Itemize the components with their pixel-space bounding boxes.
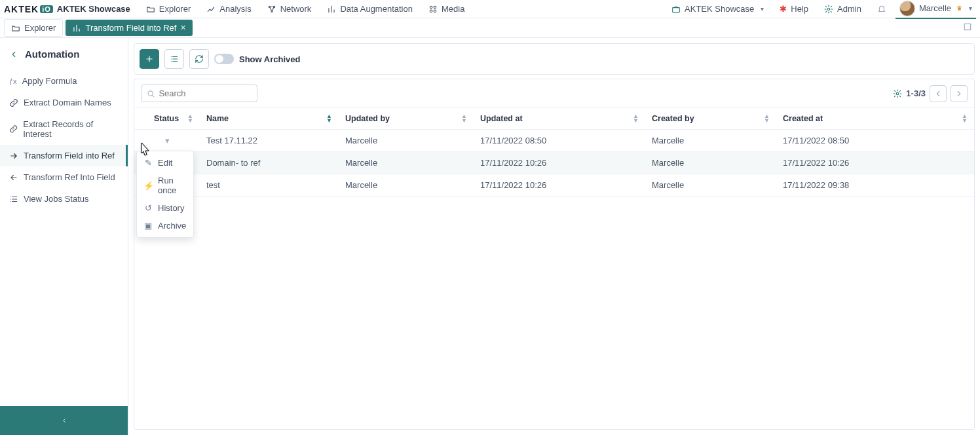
cell-updated-at: 17/11/2022 08:50 <box>474 130 645 152</box>
svg-point-8 <box>827 8 830 10</box>
list-view-button[interactable] <box>164 49 184 69</box>
refresh-button[interactable] <box>189 49 209 69</box>
media-icon <box>428 5 438 14</box>
col-updated-by[interactable]: Updated by▲▼ <box>339 108 474 130</box>
svg-point-11 <box>897 92 899 95</box>
cell-created-by: Marcelle <box>645 152 776 174</box>
sidebar-item-view-jobs-status[interactable]: View Jobs Status <box>0 188 128 210</box>
sidebar-item-transform-ref-into-field[interactable]: Transform Ref Into Field <box>0 166 128 188</box>
menu-item-history[interactable]: ↺ History <box>137 199 193 217</box>
nav-data-augmentation[interactable]: Data Augmentation <box>320 1 419 16</box>
sidebar-item-label: Transform Field into Ref <box>24 151 115 161</box>
user-menu[interactable]: Marcelle ♛ ▾ <box>895 0 976 19</box>
nav-label: Analysis <box>219 4 251 14</box>
tab-transform-field-into-ref[interactable]: Transform Field into Ref ✕ <box>66 20 193 36</box>
menu-item-edit[interactable]: ✎ Edit <box>137 154 193 172</box>
gear-icon[interactable] <box>893 89 902 98</box>
pager-next-button[interactable] <box>951 85 968 102</box>
crown-icon: ♛ <box>956 5 962 12</box>
sidebar-item-label: View Jobs Status <box>24 194 88 204</box>
sort-icon: ▲▼ <box>461 114 467 123</box>
nav-label: Explorer <box>159 4 191 14</box>
col-updated-at[interactable]: Updated at▲▼ <box>474 108 645 130</box>
folder-icon <box>146 5 155 14</box>
search-input-wrap[interactable] <box>141 85 257 102</box>
admin-link[interactable]: Admin <box>818 1 868 16</box>
life-ring-icon: ✱ <box>780 4 787 14</box>
arrow-left-icon <box>9 173 18 182</box>
pencil-icon: ✎ <box>143 158 153 168</box>
cell-updated-by: Marcelle <box>339 152 474 174</box>
chart-line-icon <box>206 5 216 14</box>
cell-name: Domain- to ref <box>200 152 339 174</box>
help-link[interactable]: ✱ Help <box>773 1 815 16</box>
sidebar-item-transform-field-into-ref[interactable]: Transform Field into Ref <box>0 145 128 166</box>
close-icon[interactable]: ✕ <box>180 24 186 32</box>
nav-network[interactable]: Network <box>261 1 318 16</box>
menu-item-label: Run once <box>158 176 187 195</box>
history-icon: ↺ <box>143 203 153 213</box>
sidebar-title: Automation <box>25 48 79 60</box>
filter-row: 1-3/3 <box>134 79 974 107</box>
menu-item-archive[interactable]: ▣ Archive <box>137 217 193 235</box>
cell-created-at: 17/11/2022 09:38 <box>776 174 974 197</box>
cell-created-at: 17/11/2022 08:50 <box>776 130 974 152</box>
svg-point-10 <box>148 90 153 95</box>
col-created-at[interactable]: Created at▲▼ <box>776 108 974 130</box>
sidebar: Automation ƒx Apply Formula Extract Doma… <box>0 38 128 435</box>
tab-explorer[interactable]: Explorer <box>4 19 63 37</box>
arrow-right-icon <box>9 151 18 161</box>
sidebar-item-apply-formula[interactable]: ƒx Apply Formula <box>0 70 128 92</box>
search-icon <box>147 89 155 98</box>
user-name: Marcelle <box>919 3 951 13</box>
main: Show Archived 1-3/3 <box>128 38 980 435</box>
gear-icon <box>824 5 833 14</box>
col-status[interactable]: Status▲▼ <box>134 108 200 130</box>
table-row[interactable]: Domain- to ref Marcelle 17/11/2022 10:26… <box>134 152 974 174</box>
nav-media[interactable]: Media <box>422 1 471 16</box>
chevron-down-icon: ▾ <box>969 5 972 12</box>
plus-icon <box>145 54 154 64</box>
cell-updated-at: 17/11/2022 10:26 <box>474 174 645 197</box>
sidebar-item-extract-records-of-interest[interactable]: Extract Records of Interest <box>0 113 128 145</box>
pager: 1-3/3 <box>893 85 968 102</box>
notifications-button[interactable] <box>871 2 893 16</box>
bar-chart-icon <box>327 5 336 14</box>
sort-icon: ▲▼ <box>326 114 332 123</box>
formula-icon: ƒx <box>9 77 17 85</box>
tab-label: Explorer <box>24 23 56 33</box>
table-panel: 1-3/3 Status▲▼ Name <box>134 79 975 430</box>
workspace-label: AKTEK Showcase <box>685 4 754 14</box>
sidebar-item-label: Transform Ref Into Field <box>24 172 115 182</box>
svg-rect-9 <box>964 24 970 29</box>
menu-item-run-once[interactable]: ⚡ Run once <box>137 172 193 199</box>
search-input[interactable] <box>159 88 252 98</box>
pager-prev-button[interactable] <box>930 85 947 102</box>
sort-icon: ▲▼ <box>764 114 770 123</box>
add-button[interactable] <box>140 49 159 69</box>
maximize-button[interactable] <box>963 22 976 33</box>
menu-item-label: History <box>158 203 184 213</box>
show-archived-toggle[interactable] <box>214 54 234 64</box>
table-row[interactable]: ▾ Test 17.11.22 Marcelle 17/11/2022 08:5… <box>134 130 974 152</box>
help-label: Help <box>791 4 808 14</box>
bar-chart-icon <box>72 24 81 33</box>
svg-rect-7 <box>673 7 680 12</box>
sort-icon: ▲▼ <box>633 114 639 123</box>
arrow-right-icon <box>954 89 964 98</box>
sidebar-collapse-button[interactable] <box>0 406 128 435</box>
col-name[interactable]: Name▲▼ <box>200 108 339 130</box>
table-row[interactable]: test Marcelle 17/11/2022 10:26 Marcelle … <box>134 174 974 197</box>
nav-label: Media <box>442 4 464 14</box>
cell-updated-at: 17/11/2022 10:26 <box>474 152 645 174</box>
cell-name: test <box>200 174 339 197</box>
nav-explorer[interactable]: Explorer <box>140 1 197 16</box>
sidebar-item-extract-domain-names[interactable]: Extract Domain Names <box>0 92 128 113</box>
folder-icon <box>11 24 20 33</box>
svg-point-4 <box>434 6 436 9</box>
workspace-switcher[interactable]: AKTEK Showcase ▾ <box>665 1 770 16</box>
sidebar-header[interactable]: Automation <box>0 38 128 66</box>
col-created-by[interactable]: Created by▲▼ <box>645 108 776 130</box>
nav-analysis[interactable]: Analysis <box>200 1 257 16</box>
row-menu-trigger[interactable]: ▾ <box>134 130 200 152</box>
